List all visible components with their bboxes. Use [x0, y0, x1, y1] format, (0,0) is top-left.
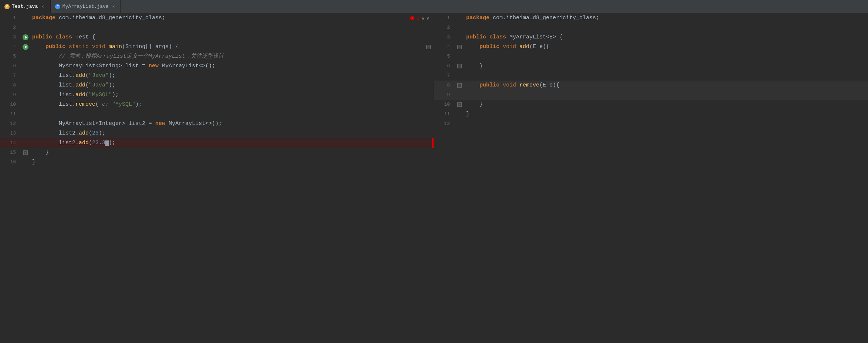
fold-right-line8[interactable]: −	[457, 83, 462, 88]
tab-label-myarraylist: MyArrayList.java	[62, 4, 109, 9]
line-15-left: 15 − }	[0, 148, 434, 157]
nav-down[interactable]: ∨	[427, 16, 429, 21]
error-count: 1	[417, 16, 420, 21]
line-4-left: 4 public static void main(String[] args)…	[0, 42, 434, 52]
line-10-left: 10 list.remove( e: "MySQL");	[0, 100, 434, 109]
ide-container: C Test.java ✕ C MyArrayList.java ✕ 1 pac…	[0, 0, 868, 343]
line-16-left: 16 }	[0, 157, 434, 167]
fold-right-line10[interactable]: −	[457, 102, 462, 107]
fold-line4[interactable]: −	[426, 45, 431, 49]
line-13-left: 13 list2.add(23);	[0, 129, 434, 138]
tab-icon-myarraylist: C	[55, 4, 60, 9]
editor-pane-left: 1 package com.itheima.d8_genericity_clas…	[0, 13, 434, 343]
line-10-right: 10 − }	[434, 100, 868, 109]
editors-area: 1 package com.itheima.d8_genericity_clas…	[0, 13, 868, 343]
tab-close-myarraylist[interactable]: ✕	[111, 3, 116, 10]
line-12-left: 12 MyArrayList<Integer> list2 = new MyAr…	[0, 119, 434, 129]
line-12-right: 12	[434, 119, 868, 129]
line-1-right: 1 package com.itheima.d8_genericity_clas…	[434, 13, 868, 23]
editor-pane-right: 1 package com.itheima.d8_genericity_clas…	[434, 13, 868, 343]
error-badge: !	[410, 16, 414, 20]
nav-up[interactable]: ∧	[422, 16, 424, 21]
line-8-right: 8 − public void remove(E e){	[434, 81, 868, 90]
line-2-left: 2	[0, 23, 434, 33]
line-3-right: 3 public class MyArrayList<E> {	[434, 33, 868, 42]
line-11-left: 11	[0, 109, 434, 119]
line-2-right: 2	[434, 23, 868, 33]
line-5-left: 5 // 需求：模拟ArrayList定义一个MyArrayList，关注泛型设…	[0, 52, 434, 61]
editor-content-left[interactable]: 1 package com.itheima.d8_genericity_clas…	[0, 13, 434, 343]
tab-label-test: Test.java	[12, 4, 38, 9]
tab-myarraylist-java[interactable]: C MyArrayList.java ✕	[50, 0, 121, 13]
line-5-right: 5	[434, 52, 868, 61]
run-button-line3[interactable]	[23, 34, 28, 40]
editor-content-right[interactable]: 1 package com.itheima.d8_genericity_clas…	[434, 13, 868, 343]
tab-test-java[interactable]: C Test.java ✕	[0, 0, 50, 13]
error-bar-line14	[432, 138, 434, 148]
line-7-right: 7	[434, 71, 868, 81]
line-3-left: 3 public class Test {	[0, 33, 434, 42]
line-9-right: 9	[434, 90, 868, 100]
fold-line15[interactable]: −	[23, 150, 28, 155]
line-6-left: 6 MyArrayList<String> list = new MyArray…	[0, 61, 434, 71]
line-9-left: 9 list.add("MySQL");	[0, 90, 434, 100]
tab-icon-test: C	[4, 4, 10, 9]
line-6-right: 6 − }	[434, 61, 868, 71]
line-1-left: 1 package com.itheima.d8_genericity_clas…	[0, 13, 434, 23]
fold-right-line6[interactable]: −	[457, 64, 462, 68]
line-11-right: 11 }	[434, 109, 868, 119]
line-14-left: 14 list2.add(23.3);	[0, 138, 434, 148]
line-8-left: 8 list.add("Java");	[0, 81, 434, 90]
tab-bar: C Test.java ✕ C MyArrayList.java ✕	[0, 0, 868, 13]
line-4-right: 4 − public void add(E e){	[434, 42, 868, 52]
line-7-left: 7 list.add("Java");	[0, 71, 434, 81]
tab-close-test[interactable]: ✕	[40, 3, 45, 10]
run-button-line4[interactable]	[23, 44, 28, 50]
fold-right-line4[interactable]: −	[457, 45, 462, 49]
